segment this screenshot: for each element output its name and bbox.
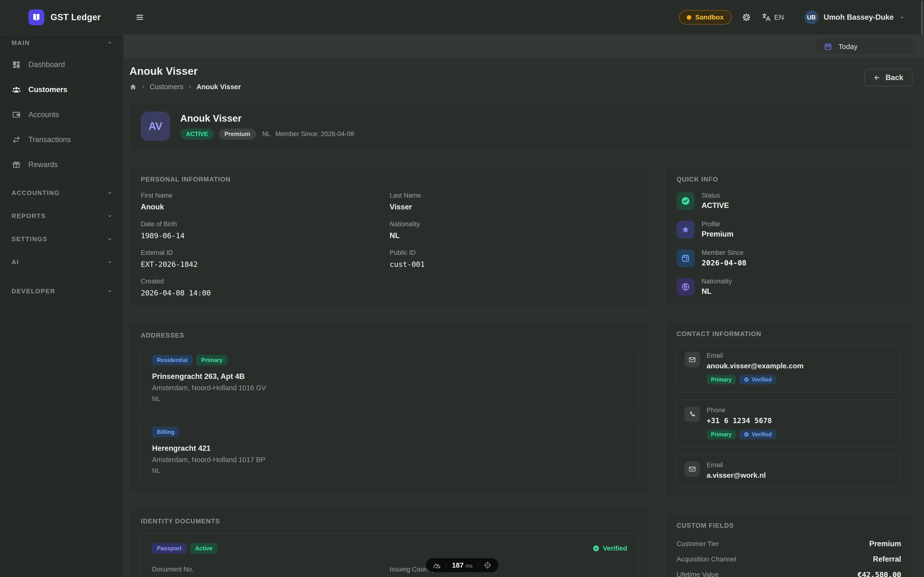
address-line1: Prinsengracht 263, Apt 4B [152, 372, 627, 381]
gift-icon [11, 160, 21, 169]
right-column: QUICK INFO Status ACTIVE [666, 166, 913, 577]
sidebar-item-dashboard[interactable]: Dashboard [0, 55, 123, 74]
address-item-residential: Residential Primary Prinsengracht 263, A… [141, 347, 639, 411]
primary-badge: Primary [707, 430, 736, 439]
address-line2: Amsterdam, Noord-Holland 1017 BP [152, 456, 627, 464]
sidebar-section-developer[interactable]: DEVELOPER [0, 284, 123, 298]
contact-information-card: CONTACT INFORMATION Email anouk.visser@e… [666, 321, 913, 497]
sidebar-item-accounts[interactable]: Accounts [0, 105, 123, 124]
status-badge: ACTIVE [180, 129, 214, 140]
card-title: IDENTITY DOCUMENTS [141, 517, 639, 525]
sidebar-section-ai[interactable]: AI [0, 255, 123, 269]
breadcrumb: Customers Anouk Visser [129, 83, 241, 91]
contact-badges: Primary Verified [707, 375, 804, 384]
field-nationality: Nationality NL [389, 221, 638, 240]
address-line2: Amsterdam, Noord-Holland 1016 GV [152, 384, 627, 392]
app-title: GST Ledger [50, 12, 101, 23]
chevron-right-icon [188, 85, 192, 89]
sidebar-section-reports[interactable]: REPORTS [0, 209, 123, 222]
breadcrumb-customers[interactable]: Customers [150, 83, 183, 91]
section-label: REPORTS [11, 212, 46, 220]
tier-badge: Premium [219, 129, 256, 140]
document-verified: Verified [592, 545, 627, 552]
back-button[interactable]: Back [864, 69, 913, 86]
theme-toggle-button[interactable] [741, 13, 751, 22]
sidebar-section-accounting[interactable]: ACCOUNTING [0, 186, 123, 200]
sidebar-item-customers[interactable]: Customers [0, 80, 123, 99]
user-menu[interactable]: UB Umoh Bassey-Duke [804, 10, 905, 24]
breadcrumb-current: Anouk Visser [196, 83, 241, 91]
section-label: SETTINGS [11, 235, 47, 243]
address-item-billing: Billing Herengracht 421 Amsterdam, Noord… [141, 419, 639, 483]
chevron-down-icon [107, 288, 113, 294]
sidebar-item-rewards[interactable]: Rewards [0, 155, 123, 174]
sidebar-item-label: Transactions [28, 135, 71, 144]
sidebar-section-settings[interactable]: SETTINGS [0, 232, 123, 246]
custom-field-lifetime-value: Lifetime Value €42,580.00 [677, 567, 901, 577]
today-button[interactable]: Today [817, 39, 915, 54]
field-created: Created 2026-04-08 14:00 [141, 278, 389, 297]
sidebar-item-transactions[interactable]: Transactions [0, 130, 123, 149]
personal-fields: First Name Anouk Last Name Visser Date o… [141, 192, 639, 297]
quick-info-list: Status ACTIVE Profile Premium [677, 192, 901, 296]
target-picker-icon[interactable] [483, 561, 492, 569]
field-document-no: Document No. ****4567 [152, 566, 389, 577]
card-title: QUICK INFO [677, 176, 901, 183]
customer-avatar: AV [141, 111, 170, 141]
scrollbar-thumb[interactable] [921, 1, 923, 35]
badge-check-icon [592, 545, 600, 552]
language-selector[interactable]: EN [761, 13, 784, 22]
sidebar-section-main[interactable]: MAIN [0, 36, 123, 50]
address-country: NL [152, 467, 627, 475]
section-label: AI [11, 258, 19, 266]
mail-icon [685, 461, 700, 477]
home-icon[interactable] [129, 84, 137, 91]
identity-document-item: Passport Active Verified Document No. [141, 533, 639, 577]
quick-info-status: Status ACTIVE [677, 192, 901, 210]
field-date-of-birth: Date of Birth 1989-06-14 [141, 221, 389, 240]
sidebar-item-label: Rewards [28, 160, 58, 169]
page-content: Anouk Visser Customers Anouk Visser Back… [124, 58, 924, 577]
identity-documents-card: IDENTITY DOCUMENTS Passport Active Verif… [129, 508, 650, 577]
address-primary-badge: Primary [196, 355, 228, 366]
vercel-speed-insights-icon[interactable] [432, 561, 441, 569]
document-status-badge: Active [190, 543, 217, 554]
app-logo[interactable]: GST Ledger [0, 0, 123, 35]
address-type-badge: Billing [152, 427, 179, 437]
document-badges: Passport Active [152, 543, 217, 554]
field-public-id: Public ID cust-001 [389, 249, 638, 269]
performance-overlay: 187ms [426, 558, 498, 572]
address-type-badge: Residential [152, 355, 192, 366]
check-circle-icon [743, 432, 749, 437]
translate-icon [761, 13, 771, 22]
environment-badge[interactable]: Sandbox [679, 10, 731, 24]
customer-summary-card: AV Anouk Visser ACTIVE Premium NL Member… [129, 102, 913, 151]
calendar-icon [677, 249, 695, 267]
menu-toggle-button[interactable] [133, 11, 147, 24]
identity-document-header: Passport Active Verified [152, 543, 627, 554]
phone-icon [685, 406, 700, 422]
verified-badge: Verified [739, 375, 776, 384]
book-icon [28, 10, 44, 25]
field-last-name: Last Name Visser [389, 192, 638, 211]
field-external-id: External ID EXT-2026-1842 [141, 249, 389, 269]
today-label: Today [838, 43, 858, 51]
star-icon [677, 221, 695, 239]
verified-label: Verified [603, 545, 627, 552]
custom-field-customer-tier: Customer Tier Premium [677, 536, 901, 551]
card-title: PERSONAL INFORMATION [141, 176, 639, 183]
card-title: CUSTOM FIELDS [677, 522, 901, 529]
custom-fields-list: Customer Tier Premium Acquisition Channe… [677, 536, 901, 577]
contact-badges: Primary Verified [707, 430, 776, 439]
chevron-down-icon [107, 259, 113, 265]
chevron-up-icon [107, 40, 113, 46]
contact-list: Email anouk.visser@example.com Primary V… [677, 345, 901, 487]
chevron-down-icon [107, 213, 113, 219]
sidebar-item-label: Dashboard [28, 60, 65, 69]
quick-info-nationality: Nationality NL [677, 278, 901, 296]
chevron-right-icon [141, 85, 145, 89]
address-country: NL [152, 395, 627, 403]
member-since-text: Member Since: 2026-04-08 [275, 130, 354, 138]
contact-item-email-secondary: Email a.visser@work.nl [677, 455, 901, 487]
status-dot-icon [687, 15, 691, 20]
